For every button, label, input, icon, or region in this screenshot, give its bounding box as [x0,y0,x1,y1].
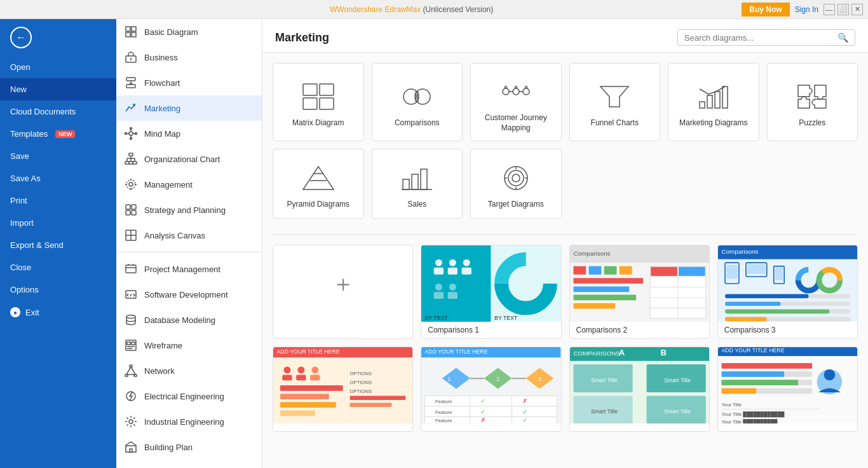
cat-item-strategy[interactable]: Strategy and Planning [116,197,262,223]
svg-point-29 [126,180,135,189]
comparisons-4-card[interactable]: ADD YOUR TITLE HERE [273,347,413,432]
industrial-label: Industrial Engineering [144,417,224,427]
marketing-icon [124,101,138,115]
cat-item-business[interactable]: Business [116,45,262,70]
minimize-button[interactable]: — [824,4,835,15]
template-card-puzzles[interactable]: Puzzles [767,63,858,141]
marketing-diagrams-label: Marketing Diagrams [679,118,747,128]
sidebar-item-saveas[interactable]: Save As [0,167,116,189]
management-icon [124,177,138,191]
cat-item-wireframe[interactable]: Wireframe [116,333,262,358]
svg-line-42 [130,294,132,296]
svg-text:1: 1 [448,376,451,383]
cat-item-project[interactable]: Project Management [116,256,262,282]
cat-item-software[interactable]: Software Development [116,282,262,307]
cloud-label: Cloud Documents [10,107,76,116]
comparisons-5-card[interactable]: ADD YOUR TITLE HERE 1 2 3 [421,347,561,432]
back-button[interactable]: ← [0,19,116,56]
sidebar-item-cloud[interactable]: Cloud Documents [0,100,116,123]
flowchart-icon [124,76,138,90]
maximize-button[interactable]: ⬜ [837,4,849,15]
svg-text:Feature: Feature [435,418,452,423]
svg-rect-45 [127,342,130,345]
cat-item-building[interactable]: Building Plan [116,434,262,460]
search-icon: 🔍 [837,32,848,43]
mindmap-label: Mind Map [144,129,180,139]
cat-item-marketing[interactable]: Marketing [116,95,262,121]
comparisons-3-label: Comparisons 3 [718,322,857,338]
cat-item-flowchart[interactable]: Flowchart [116,70,262,95]
svg-rect-146 [725,310,829,314]
customer-journey-icon [498,76,534,107]
comparisons-7-card[interactable]: ADD YOUR TITLE HERE [717,347,858,432]
management-label: Management [144,180,193,189]
comparisons-6-label [570,423,709,431]
sidebar-item-options[interactable]: Options [0,279,116,301]
electrical-icon [124,389,138,403]
svg-rect-62 [320,98,334,109]
sidebar-item-exit[interactable]: ● Exit [0,301,116,324]
svg-line-53 [131,367,135,375]
marketing-label: Marketing [144,104,180,113]
close-label: Close [10,263,31,272]
left-sidebar: ← Open New Cloud Documents Templates NEW… [0,19,116,468]
sidebar-item-export[interactable]: Export & Send [0,234,116,256]
svg-rect-80 [421,169,427,189]
cat-item-database[interactable]: Database Modeling [116,307,262,333]
template-card-sales[interactable]: Sales [372,149,463,219]
svg-rect-110 [573,266,586,275]
cat-item-network[interactable]: Network [116,358,262,383]
sidebar-item-close[interactable]: Close [0,256,116,279]
comparisons-6-card[interactable]: A B COMPARISONS Smart Title Smart Title … [569,347,710,432]
building-icon [124,440,138,454]
template-type-grid: Matrix Diagram Comparisons [273,63,858,219]
sales-label: Sales [407,200,426,210]
sidebar-item-print[interactable]: Print [0,189,116,212]
cat-item-industrial[interactable]: Industrial Engineering [116,409,262,434]
template-card-customer-journey[interactable]: Customer Journey Mapping [470,63,562,141]
svg-point-56 [129,420,133,423]
template-card-pyramid[interactable]: Pyramid Diagrams [273,149,364,219]
sidebar-item-new[interactable]: New [0,78,116,100]
funnel-charts-label: Funnel Charts [591,118,639,128]
template-card-matrix[interactable]: Matrix Diagram [273,63,364,141]
svg-rect-72 [707,95,712,108]
sidebar-item-open[interactable]: Open [0,56,116,78]
comparisons-1-card[interactable]: BY TEXT BY TEXT Comparisons 1 [421,245,561,339]
close-button[interactable]: ✕ [851,4,863,15]
search-input[interactable] [684,33,837,43]
main-title: Marketing [275,31,329,45]
comparisons-1-label: Comparisons 1 [421,322,560,338]
svg-text:ADD YOUR TITLE HERE: ADD YOUR TITLE HERE [425,348,488,355]
new-blank-card[interactable]: ＋ [273,245,413,339]
svg-rect-158 [280,385,343,391]
open-label: Open [10,62,31,72]
cat-item-electrical[interactable]: Electrical Engineering [116,383,262,409]
comparisons-2-card[interactable]: Comparisons [569,245,710,339]
cat-item-basic[interactable]: Basic Diagram [116,19,262,45]
cat-item-orgchart[interactable]: Organizational Chart [116,146,262,172]
sidebar-item-templates[interactable]: Templates NEW [0,123,116,145]
software-label: Software Development [144,290,228,299]
sidebar-item-save[interactable]: Save [0,145,116,167]
sidebar-item-import[interactable]: Import [0,212,116,234]
svg-rect-214 [721,380,798,385]
svg-rect-113 [619,266,632,275]
template-card-funnel[interactable]: Funnel Charts [569,63,661,141]
sign-in-link[interactable]: Sign In [795,5,818,14]
template-card-marketing-diagrams[interactable]: Marketing Diagrams [668,63,759,141]
target-diagrams-label: Target Diagrams [488,200,544,210]
search-box[interactable]: 🔍 [677,29,855,46]
svg-point-66 [513,88,519,95]
cat-item-mindmap[interactable]: Mind Map [116,121,262,146]
svg-rect-21 [129,162,133,164]
cat-item-analysis[interactable]: Analysis Canvas [116,223,262,248]
comparisons-3-card[interactable]: Comparisons [717,245,858,339]
cat-item-management[interactable]: Management [116,172,262,197]
svg-line-52 [126,367,131,375]
svg-rect-148 [725,317,767,322]
template-card-target[interactable]: Target Diagrams [470,149,562,219]
titlebar-right: Buy Now Sign In — ⬜ ✕ [742,3,863,17]
template-card-comparisons[interactable]: Comparisons [372,63,463,141]
buy-now-button[interactable]: Buy Now [742,3,789,17]
